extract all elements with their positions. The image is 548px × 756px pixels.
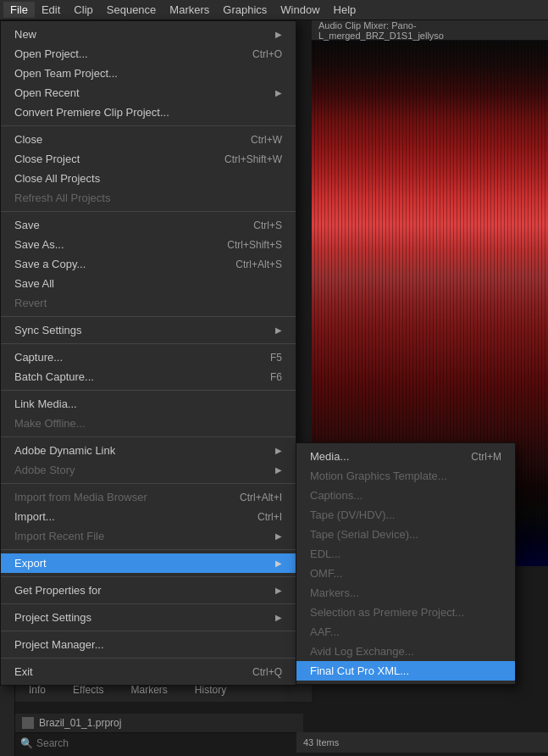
menu-item-export[interactable]: Export▶ [1, 553, 296, 573]
menu-item-label-project-manager: Project Manager... [14, 638, 104, 651]
status-bar: 43 Items [296, 732, 548, 753]
menu-help[interactable]: Help [327, 2, 363, 18]
menu-item-label-save-as: Save As... [14, 238, 64, 251]
menu-item-label-import: Import... [14, 510, 55, 523]
submenu-item-aaf: AAF... [296, 622, 515, 642]
menu-item-open-project[interactable]: Open Project...Ctrl+O [1, 44, 296, 64]
submenu-shortcut-media: Ctrl+M [471, 451, 501, 463]
menu-item-import-recent: Import Recent File▶ [1, 526, 296, 546]
menu-item-open-recent[interactable]: Open Recent▶ [1, 83, 296, 103]
menu-clip[interactable]: Clip [67, 2, 99, 18]
menu-item-label-exit: Exit [14, 665, 33, 678]
menu-item-exit[interactable]: ExitCtrl+Q [1, 662, 296, 681]
menu-item-capture[interactable]: Capture...F5 [1, 347, 296, 367]
submenu-item-edl: EDL... [296, 544, 515, 564]
file-menu: New▶Open Project...Ctrl+OOpen Team Proje… [0, 20, 296, 686]
menu-item-close-project[interactable]: Close ProjectCtrl+Shift+W [1, 149, 296, 169]
submenu-item-tape-dv: Tape (DV/HDV)... [296, 505, 515, 525]
file-item[interactable]: Brazil_01_1.prproj [15, 714, 303, 732]
menu-item-label-convert: Convert Premiere Clip Project... [14, 106, 169, 119]
menu-item-project-settings[interactable]: Project Settings▶ [1, 608, 296, 627]
menu-arrow-adobe-dynamic-link: ▶ [275, 446, 282, 455]
items-count: 43 Items [303, 737, 339, 748]
menu-item-label-new: New [14, 28, 36, 41]
menu-separator [1, 211, 296, 212]
submenu-item-captions: Captions... [296, 486, 515, 505]
menu-item-label-import-recent: Import Recent File [14, 530, 104, 542]
submenu-label-captions: Captions... [310, 489, 363, 502]
menu-separator [1, 658, 296, 659]
menu-arrow-project-settings: ▶ [275, 613, 282, 622]
submenu-label-selection-premiere: Selection as Premiere Project... [310, 606, 464, 619]
menu-arrow-new: ▶ [275, 30, 282, 39]
submenu-item-selection-premiere: Selection as Premiere Project... [296, 603, 515, 622]
file-icon [22, 717, 34, 729]
menu-item-save-all[interactable]: Save All [1, 274, 296, 293]
menu-shortcut-save-as: Ctrl+Shift+S [227, 239, 282, 251]
menu-arrow-sync-settings: ▶ [275, 325, 282, 335]
menu-item-adobe-dynamic-link[interactable]: Adobe Dynamic Link▶ [1, 441, 296, 460]
menu-markers[interactable]: Markers [163, 2, 216, 18]
menu-window[interactable]: Window [274, 2, 326, 18]
menu-item-project-manager[interactable]: Project Manager... [1, 635, 296, 654]
menu-item-close-all[interactable]: Close All Projects [1, 169, 296, 188]
menu-item-new[interactable]: New▶ [1, 25, 296, 44]
submenu-label-tape-dv: Tape (DV/HDV)... [310, 509, 395, 521]
menu-edit[interactable]: Edit [35, 2, 67, 18]
menu-item-label-export: Export [14, 557, 47, 570]
menu-item-label-save: Save [14, 219, 40, 231]
search-bar: 🔍 [15, 732, 303, 753]
search-input[interactable] [36, 737, 298, 749]
submenu-item-tape-serial: Tape (Serial Device)... [296, 525, 515, 544]
menu-item-label-adobe-story: Adobe Story [14, 464, 75, 476]
menu-separator [1, 603, 296, 604]
menu-item-label-sync-settings: Sync Settings [14, 324, 82, 336]
menu-item-batch-capture[interactable]: Batch Capture...F6 [1, 367, 296, 386]
menu-file[interactable]: File [3, 2, 35, 18]
menu-separator [1, 631, 296, 631]
menu-shortcut-capture: F5 [270, 352, 282, 364]
menu-shortcut-exit: Ctrl+Q [252, 666, 282, 678]
submenu-item-media[interactable]: Media...Ctrl+M [296, 447, 515, 466]
menu-shortcut-import: Ctrl+I [257, 511, 282, 523]
menu-item-convert[interactable]: Convert Premiere Clip Project... [1, 103, 296, 122]
menu-item-label-save-all: Save All [14, 277, 54, 290]
menu-item-label-open-recent: Open Recent [14, 86, 80, 99]
menu-item-label-close-all: Close All Projects [14, 172, 100, 185]
menu-item-sync-settings[interactable]: Sync Settings▶ [1, 320, 296, 340]
menu-item-label-import-media-browser: Import from Media Browser [14, 491, 147, 503]
submenu-label-edl: EDL... [310, 548, 340, 560]
menu-shortcut-close-project: Ctrl+Shift+W [224, 153, 282, 165]
menu-item-import[interactable]: Import...Ctrl+I [1, 507, 296, 526]
menu-arrow-get-properties: ▶ [275, 586, 282, 595]
menu-item-link-media[interactable]: Link Media... [1, 394, 296, 414]
menu-item-label-link-media: Link Media... [14, 397, 77, 410]
menu-separator [1, 390, 296, 391]
menu-sequence[interactable]: Sequence [100, 2, 163, 18]
audio-clip-mixer-header: Audio Clip Mixer: Pano-L_merged_BRZ_D1S1… [312, 20, 548, 41]
menu-item-label-open-team: Open Team Project... [14, 67, 118, 80]
menu-item-get-properties[interactable]: Get Properties for▶ [1, 581, 296, 600]
menu-shortcut-batch-capture: F6 [270, 371, 282, 383]
menu-item-save-copy[interactable]: Save a Copy...Ctrl+Alt+S [1, 254, 296, 274]
submenu-item-motion-graphics: Motion Graphics Template... [296, 466, 515, 486]
menu-item-label-get-properties: Get Properties for [14, 584, 102, 597]
menu-item-label-close-project: Close Project [14, 153, 80, 165]
menu-item-open-team[interactable]: Open Team Project... [1, 64, 296, 83]
submenu-item-markers: Markers... [296, 583, 515, 603]
submenu-item-final-cut-xml[interactable]: Final Cut Pro XML... [296, 661, 515, 681]
submenu-item-avid-log: Avid Log Exchange... [296, 642, 515, 661]
menu-separator [1, 549, 296, 550]
menu-bar: File Edit Clip Sequence Markers Graphics… [0, 0, 548, 20]
menu-item-label-open-project: Open Project... [14, 47, 88, 60]
menu-graphics[interactable]: Graphics [216, 2, 274, 18]
menu-item-close[interactable]: CloseCtrl+W [1, 130, 296, 149]
menu-item-revert: Revert [1, 293, 296, 313]
submenu-label-media: Media... [310, 450, 349, 463]
menu-item-save-as[interactable]: Save As...Ctrl+Shift+S [1, 235, 296, 254]
menu-item-label-refresh-all: Refresh All Projects [14, 192, 110, 204]
menu-item-save[interactable]: SaveCtrl+S [1, 215, 296, 235]
menu-separator [1, 436, 296, 437]
menu-shortcut-save: Ctrl+S [253, 220, 282, 231]
submenu-label-avid-log: Avid Log Exchange... [310, 645, 414, 658]
